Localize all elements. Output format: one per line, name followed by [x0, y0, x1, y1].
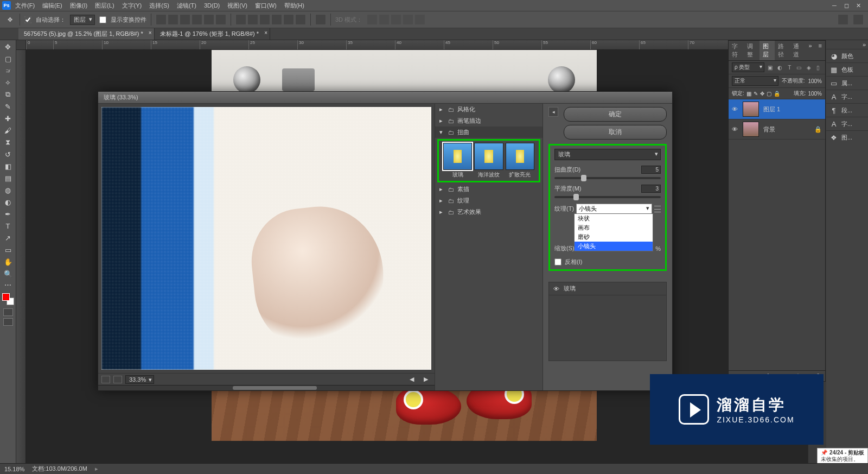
filter-type-icon[interactable]: T [786, 64, 793, 71]
smoothness-slider[interactable] [554, 196, 661, 198]
menu-window[interactable]: 窗口(W) [252, 1, 280, 11]
tool-marquee[interactable]: ▢ [2, 53, 15, 64]
menu-view[interactable]: 视图(V) [224, 1, 251, 11]
stack-item-glass[interactable]: 👁 玻璃 [549, 282, 666, 295]
distortion-value[interactable]: 5 [641, 166, 661, 174]
panel-tab-paths[interactable]: 路径 [775, 41, 790, 60]
mode3d-4-icon[interactable] [403, 14, 413, 25]
lock-pixel-icon[interactable]: ✎ [754, 91, 758, 97]
texture-option-blocks[interactable]: 块状 [575, 214, 653, 223]
dock-character2[interactable]: A字... [826, 117, 868, 130]
tool-eraser[interactable]: ◧ [2, 161, 15, 172]
tool-zoom[interactable]: 🔍 [2, 268, 15, 279]
panel-tab-char[interactable]: 字符 [729, 41, 744, 60]
align-bottom-icon[interactable] [180, 14, 190, 25]
window-close-icon[interactable]: ✕ [855, 2, 861, 9]
screenmode-toggle[interactable] [3, 318, 13, 326]
tool-history-brush[interactable]: ↺ [2, 149, 15, 160]
tool-pen[interactable]: ✒ [2, 208, 15, 219]
align-hcenter-icon[interactable] [203, 14, 214, 25]
texture-option-tinylens[interactable]: 小镜头 [575, 242, 653, 251]
window-maximize-icon[interactable]: ◻ [843, 2, 850, 9]
visibility-eye-icon[interactable]: 👁 [732, 126, 738, 132]
menu-select[interactable]: 选择(S) [146, 1, 173, 11]
ruler-vertical[interactable] [16, 50, 26, 463]
tool-path[interactable]: ↗ [2, 232, 15, 243]
align-right-icon[interactable] [215, 14, 226, 25]
cancel-button[interactable]: 取消 [564, 125, 667, 140]
align-vcenter-icon[interactable] [168, 14, 178, 25]
texture-option-frosted[interactable]: 磨砂 [575, 232, 653, 242]
distortion-slider[interactable] [554, 177, 661, 179]
status-zoom[interactable]: 15.18% [4, 466, 24, 472]
panel-tabs-overflow-icon[interactable]: » [805, 41, 815, 60]
category-sketch[interactable]: ▸🗀素描 [435, 184, 542, 195]
dock-color[interactable]: ◕颜色 [826, 49, 868, 62]
dock-layers[interactable]: ❖图... [826, 130, 868, 144]
auto-select-checkbox[interactable] [24, 16, 31, 23]
category-brush[interactable]: ▸🗀画笔描边 [435, 115, 542, 127]
tool-eyedropper[interactable]: ✎ [2, 101, 15, 112]
ok-button[interactable]: 确定 [564, 107, 667, 122]
tool-brush[interactable]: 🖌 [2, 125, 15, 136]
texture-option-canvas[interactable]: 画布 [575, 223, 653, 232]
category-artistic[interactable]: ▸🗀艺术效果 [435, 206, 542, 218]
document-tab-2[interactable]: 未标题-1 @ 176% (矩形 1, RGB/8#) * × [155, 28, 270, 40]
mode3d-2-icon[interactable] [379, 14, 390, 25]
quickmask-toggle[interactable] [3, 308, 13, 316]
filter-thumb-ocean[interactable]: 海洋波纹 [474, 143, 503, 179]
dock-collapse-toggle[interactable]: » [826, 40, 868, 49]
distribute-5-icon[interactable] [283, 14, 294, 25]
mode3d-3-icon[interactable] [391, 14, 401, 25]
category-stylize[interactable]: ▸🗀风格化 [435, 104, 542, 115]
smoothness-value[interactable]: 3 [641, 185, 661, 193]
tool-lasso[interactable]: ⟉ [2, 65, 15, 76]
mode3d-1-icon[interactable] [367, 14, 378, 25]
layer-kind-dropdown[interactable]: ρ 类型 [732, 62, 764, 72]
filter-smart-icon[interactable]: ◈ [805, 64, 813, 71]
align-left-icon[interactable] [192, 14, 202, 25]
tool-blur[interactable]: ◍ [2, 185, 15, 195]
distribute-1-icon[interactable] [235, 14, 246, 25]
menu-type[interactable]: 文字(Y) [119, 1, 145, 11]
lock-transparent-icon[interactable]: ▦ [746, 91, 751, 97]
menu-image[interactable]: 图像(I) [67, 1, 91, 11]
workspace-switch-icon[interactable] [853, 14, 864, 25]
status-arrow-icon[interactable]: ▸ [95, 465, 98, 472]
opacity-value[interactable]: 100% [808, 78, 822, 84]
close-tab-2-icon[interactable]: × [264, 30, 267, 36]
tool-stamp[interactable]: ⧗ [2, 137, 15, 148]
tool-hand[interactable]: ✋ [2, 256, 15, 267]
panel-tab-layers[interactable]: 图层 [760, 41, 775, 60]
tool-dodge[interactable]: ◐ [2, 197, 15, 207]
menu-3d[interactable]: 3D(D) [201, 1, 223, 10]
tool-heal[interactable]: ✚ [2, 113, 15, 124]
distribute-4-icon[interactable] [271, 14, 282, 25]
dock-paragraph[interactable]: ¶段... [826, 103, 868, 117]
tool-move[interactable]: ✥ [2, 41, 15, 52]
auto-align-icon[interactable] [315, 14, 326, 25]
zoom-out-icon[interactable] [101, 376, 110, 383]
distribute-6-icon[interactable] [295, 14, 306, 25]
status-docinfo[interactable]: 文档:103.0M/206.0M [32, 465, 87, 473]
menu-edit[interactable]: 编辑(E) [39, 1, 66, 11]
align-top-icon[interactable] [156, 14, 167, 25]
zoom-in-icon[interactable] [113, 376, 122, 383]
tool-more[interactable]: ⋯ [2, 280, 15, 289]
visibility-eye-icon[interactable]: 👁 [553, 286, 559, 292]
layer-row-2[interactable]: 👁 背景 🔒 [729, 119, 825, 140]
tool-gradient[interactable]: ▤ [2, 173, 15, 184]
foreground-color[interactable] [2, 293, 10, 301]
dock-swatches[interactable]: ▦色板 [826, 62, 868, 76]
tool-crop[interactable]: ⧉ [2, 89, 15, 100]
filter-thumb-diffuse[interactable]: 扩散亮光 [506, 143, 534, 179]
panel-tab-adjust[interactable]: 调整 [744, 41, 759, 60]
invert-checkbox[interactable] [554, 258, 561, 266]
category-texture[interactable]: ▸🗀纹理 [435, 195, 542, 206]
fill-value[interactable]: 100% [808, 91, 822, 97]
tool-magic-wand[interactable]: ✧ [2, 77, 15, 88]
auto-select-dropdown[interactable]: 图层 [70, 15, 95, 25]
filter-preview-image[interactable] [101, 107, 431, 370]
distribute-2-icon[interactable] [247, 14, 258, 25]
ruler-origin[interactable] [16, 40, 26, 50]
